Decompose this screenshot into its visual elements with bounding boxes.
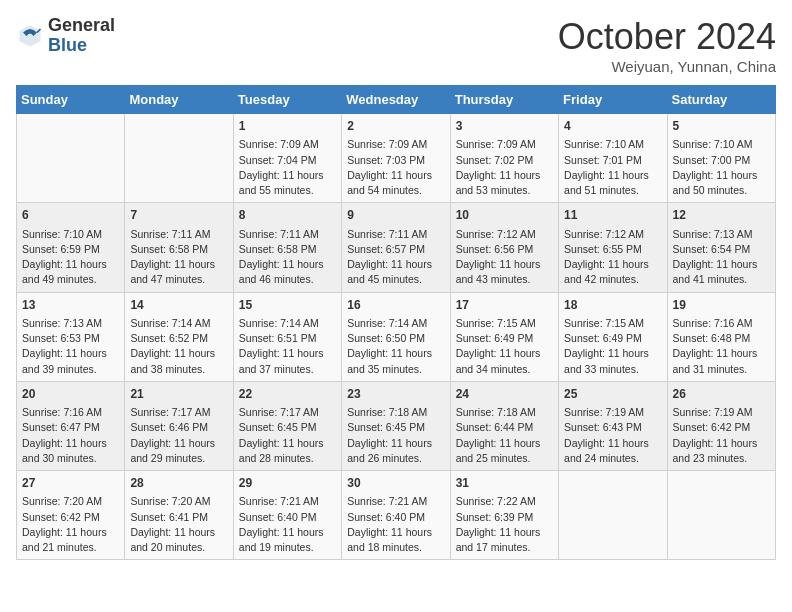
calendar-cell: 17Sunrise: 7:15 AMSunset: 6:49 PMDayligh… bbox=[450, 292, 558, 381]
cell-sun-info: Sunrise: 7:16 AMSunset: 6:47 PMDaylight:… bbox=[22, 405, 119, 466]
day-number: 22 bbox=[239, 386, 336, 403]
calendar-cell: 4Sunrise: 7:10 AMSunset: 7:01 PMDaylight… bbox=[559, 114, 667, 203]
col-header-sunday: Sunday bbox=[17, 86, 125, 114]
day-number: 7 bbox=[130, 207, 227, 224]
page-header: General Blue October 2024 Weiyuan, Yunna… bbox=[16, 16, 776, 75]
day-number: 16 bbox=[347, 297, 444, 314]
calendar-cell: 6Sunrise: 7:10 AMSunset: 6:59 PMDaylight… bbox=[17, 203, 125, 292]
day-number: 25 bbox=[564, 386, 661, 403]
col-header-friday: Friday bbox=[559, 86, 667, 114]
location: Weiyuan, Yunnan, China bbox=[558, 58, 776, 75]
generalblue-logo-icon bbox=[16, 22, 44, 50]
day-number: 26 bbox=[673, 386, 770, 403]
cell-sun-info: Sunrise: 7:21 AMSunset: 6:40 PMDaylight:… bbox=[239, 494, 336, 555]
cell-sun-info: Sunrise: 7:11 AMSunset: 6:58 PMDaylight:… bbox=[239, 227, 336, 288]
calendar-cell: 21Sunrise: 7:17 AMSunset: 6:46 PMDayligh… bbox=[125, 381, 233, 470]
cell-sun-info: Sunrise: 7:20 AMSunset: 6:41 PMDaylight:… bbox=[130, 494, 227, 555]
cell-sun-info: Sunrise: 7:11 AMSunset: 6:58 PMDaylight:… bbox=[130, 227, 227, 288]
logo-text: General Blue bbox=[48, 16, 115, 56]
col-header-monday: Monday bbox=[125, 86, 233, 114]
day-number: 15 bbox=[239, 297, 336, 314]
calendar-cell: 10Sunrise: 7:12 AMSunset: 6:56 PMDayligh… bbox=[450, 203, 558, 292]
calendar-week-row: 20Sunrise: 7:16 AMSunset: 6:47 PMDayligh… bbox=[17, 381, 776, 470]
calendar-cell: 12Sunrise: 7:13 AMSunset: 6:54 PMDayligh… bbox=[667, 203, 775, 292]
calendar-cell: 16Sunrise: 7:14 AMSunset: 6:50 PMDayligh… bbox=[342, 292, 450, 381]
cell-sun-info: Sunrise: 7:22 AMSunset: 6:39 PMDaylight:… bbox=[456, 494, 553, 555]
calendar-cell: 5Sunrise: 7:10 AMSunset: 7:00 PMDaylight… bbox=[667, 114, 775, 203]
cell-sun-info: Sunrise: 7:17 AMSunset: 6:45 PMDaylight:… bbox=[239, 405, 336, 466]
calendar-cell: 28Sunrise: 7:20 AMSunset: 6:41 PMDayligh… bbox=[125, 471, 233, 560]
calendar-cell: 30Sunrise: 7:21 AMSunset: 6:40 PMDayligh… bbox=[342, 471, 450, 560]
day-number: 27 bbox=[22, 475, 119, 492]
calendar-cell: 3Sunrise: 7:09 AMSunset: 7:02 PMDaylight… bbox=[450, 114, 558, 203]
calendar-cell: 27Sunrise: 7:20 AMSunset: 6:42 PMDayligh… bbox=[17, 471, 125, 560]
day-number: 31 bbox=[456, 475, 553, 492]
calendar-cell: 25Sunrise: 7:19 AMSunset: 6:43 PMDayligh… bbox=[559, 381, 667, 470]
calendar-cell: 18Sunrise: 7:15 AMSunset: 6:49 PMDayligh… bbox=[559, 292, 667, 381]
day-number: 2 bbox=[347, 118, 444, 135]
day-number: 19 bbox=[673, 297, 770, 314]
calendar-cell: 31Sunrise: 7:22 AMSunset: 6:39 PMDayligh… bbox=[450, 471, 558, 560]
svg-marker-0 bbox=[20, 25, 41, 46]
day-number: 30 bbox=[347, 475, 444, 492]
day-number: 28 bbox=[130, 475, 227, 492]
cell-sun-info: Sunrise: 7:15 AMSunset: 6:49 PMDaylight:… bbox=[456, 316, 553, 377]
calendar-cell: 15Sunrise: 7:14 AMSunset: 6:51 PMDayligh… bbox=[233, 292, 341, 381]
day-number: 24 bbox=[456, 386, 553, 403]
calendar-cell: 2Sunrise: 7:09 AMSunset: 7:03 PMDaylight… bbox=[342, 114, 450, 203]
cell-sun-info: Sunrise: 7:09 AMSunset: 7:03 PMDaylight:… bbox=[347, 137, 444, 198]
cell-sun-info: Sunrise: 7:10 AMSunset: 7:00 PMDaylight:… bbox=[673, 137, 770, 198]
cell-sun-info: Sunrise: 7:09 AMSunset: 7:04 PMDaylight:… bbox=[239, 137, 336, 198]
calendar-cell: 8Sunrise: 7:11 AMSunset: 6:58 PMDaylight… bbox=[233, 203, 341, 292]
cell-sun-info: Sunrise: 7:12 AMSunset: 6:56 PMDaylight:… bbox=[456, 227, 553, 288]
day-number: 17 bbox=[456, 297, 553, 314]
calendar-cell bbox=[667, 471, 775, 560]
col-header-thursday: Thursday bbox=[450, 86, 558, 114]
day-number: 9 bbox=[347, 207, 444, 224]
day-number: 10 bbox=[456, 207, 553, 224]
title-block: October 2024 Weiyuan, Yunnan, China bbox=[558, 16, 776, 75]
calendar-cell: 24Sunrise: 7:18 AMSunset: 6:44 PMDayligh… bbox=[450, 381, 558, 470]
month-title: October 2024 bbox=[558, 16, 776, 58]
day-number: 5 bbox=[673, 118, 770, 135]
cell-sun-info: Sunrise: 7:16 AMSunset: 6:48 PMDaylight:… bbox=[673, 316, 770, 377]
calendar-header-row: SundayMondayTuesdayWednesdayThursdayFrid… bbox=[17, 86, 776, 114]
day-number: 8 bbox=[239, 207, 336, 224]
cell-sun-info: Sunrise: 7:10 AMSunset: 7:01 PMDaylight:… bbox=[564, 137, 661, 198]
calendar-cell: 9Sunrise: 7:11 AMSunset: 6:57 PMDaylight… bbox=[342, 203, 450, 292]
calendar-cell: 14Sunrise: 7:14 AMSunset: 6:52 PMDayligh… bbox=[125, 292, 233, 381]
day-number: 29 bbox=[239, 475, 336, 492]
cell-sun-info: Sunrise: 7:19 AMSunset: 6:43 PMDaylight:… bbox=[564, 405, 661, 466]
col-header-saturday: Saturday bbox=[667, 86, 775, 114]
calendar-week-row: 13Sunrise: 7:13 AMSunset: 6:53 PMDayligh… bbox=[17, 292, 776, 381]
cell-sun-info: Sunrise: 7:20 AMSunset: 6:42 PMDaylight:… bbox=[22, 494, 119, 555]
calendar-cell: 22Sunrise: 7:17 AMSunset: 6:45 PMDayligh… bbox=[233, 381, 341, 470]
calendar-cell: 26Sunrise: 7:19 AMSunset: 6:42 PMDayligh… bbox=[667, 381, 775, 470]
cell-sun-info: Sunrise: 7:21 AMSunset: 6:40 PMDaylight:… bbox=[347, 494, 444, 555]
cell-sun-info: Sunrise: 7:14 AMSunset: 6:51 PMDaylight:… bbox=[239, 316, 336, 377]
day-number: 1 bbox=[239, 118, 336, 135]
calendar-cell: 20Sunrise: 7:16 AMSunset: 6:47 PMDayligh… bbox=[17, 381, 125, 470]
day-number: 3 bbox=[456, 118, 553, 135]
calendar-week-row: 27Sunrise: 7:20 AMSunset: 6:42 PMDayligh… bbox=[17, 471, 776, 560]
calendar-cell: 23Sunrise: 7:18 AMSunset: 6:45 PMDayligh… bbox=[342, 381, 450, 470]
day-number: 6 bbox=[22, 207, 119, 224]
day-number: 13 bbox=[22, 297, 119, 314]
day-number: 11 bbox=[564, 207, 661, 224]
day-number: 18 bbox=[564, 297, 661, 314]
col-header-tuesday: Tuesday bbox=[233, 86, 341, 114]
cell-sun-info: Sunrise: 7:15 AMSunset: 6:49 PMDaylight:… bbox=[564, 316, 661, 377]
cell-sun-info: Sunrise: 7:10 AMSunset: 6:59 PMDaylight:… bbox=[22, 227, 119, 288]
cell-sun-info: Sunrise: 7:13 AMSunset: 6:54 PMDaylight:… bbox=[673, 227, 770, 288]
cell-sun-info: Sunrise: 7:18 AMSunset: 6:44 PMDaylight:… bbox=[456, 405, 553, 466]
calendar-cell: 1Sunrise: 7:09 AMSunset: 7:04 PMDaylight… bbox=[233, 114, 341, 203]
cell-sun-info: Sunrise: 7:19 AMSunset: 6:42 PMDaylight:… bbox=[673, 405, 770, 466]
cell-sun-info: Sunrise: 7:13 AMSunset: 6:53 PMDaylight:… bbox=[22, 316, 119, 377]
calendar-cell bbox=[17, 114, 125, 203]
calendar-cell bbox=[125, 114, 233, 203]
cell-sun-info: Sunrise: 7:11 AMSunset: 6:57 PMDaylight:… bbox=[347, 227, 444, 288]
logo: General Blue bbox=[16, 16, 115, 56]
day-number: 4 bbox=[564, 118, 661, 135]
cell-sun-info: Sunrise: 7:14 AMSunset: 6:50 PMDaylight:… bbox=[347, 316, 444, 377]
cell-sun-info: Sunrise: 7:09 AMSunset: 7:02 PMDaylight:… bbox=[456, 137, 553, 198]
